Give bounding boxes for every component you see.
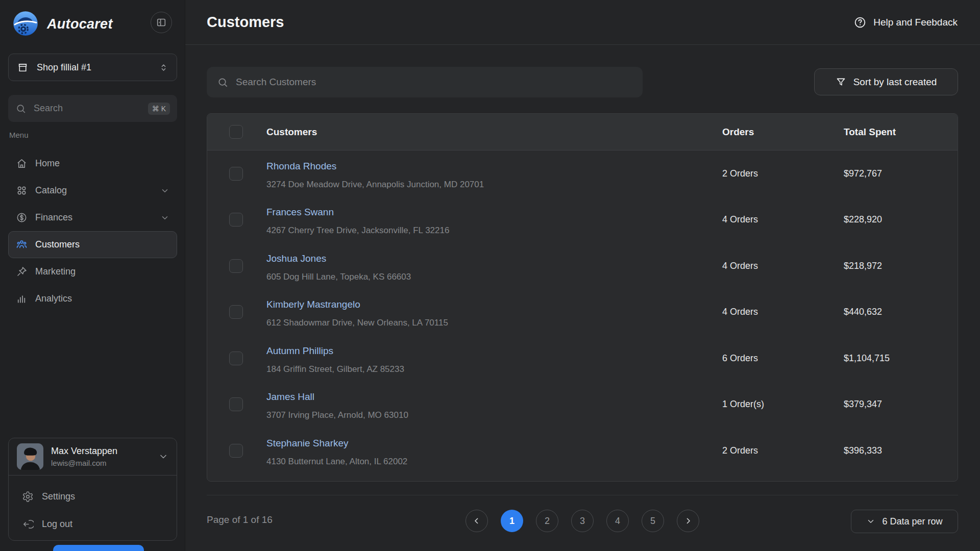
settings-label: Settings — [42, 491, 75, 502]
brand-row: Autocaret — [0, 10, 185, 37]
page-button-1[interactable]: 1 — [501, 510, 523, 532]
table-row: Joshua Jones 605 Dog Hill Lane, Topeka, … — [207, 243, 958, 289]
sidebar-search-input[interactable] — [34, 103, 141, 114]
catalog-icon — [16, 185, 28, 196]
previous-page-button[interactable] — [465, 510, 488, 532]
avatar — [17, 443, 43, 470]
logout-item[interactable]: Log out — [9, 510, 177, 538]
sidebar-item-label: Home — [35, 158, 169, 169]
row-checkbox[interactable] — [229, 167, 243, 181]
page-button-2[interactable]: 2 — [536, 510, 558, 532]
next-page-button[interactable] — [677, 510, 699, 532]
sort-button[interactable]: Sort by last created — [814, 68, 958, 95]
orders-cell: 4 Orders — [722, 261, 844, 271]
table-row: Kimberly Mastrangelo 612 Shadowmar Drive… — [207, 289, 958, 336]
sidebar-item-finances[interactable]: Finances — [8, 204, 177, 231]
settings-item[interactable]: Settings — [9, 483, 177, 510]
sidebar-item-catalog[interactable]: Catalog — [8, 177, 177, 204]
search-icon — [15, 103, 27, 114]
sidebar-item-home[interactable]: Home — [8, 150, 177, 177]
customer-name-link[interactable]: Frances Swann — [266, 207, 334, 218]
menu-section-label: Menu — [9, 131, 29, 139]
chevron-left-icon — [472, 516, 481, 525]
finances-icon — [16, 212, 28, 223]
pagination: Page of 1 of 16 1 2 3 4 5 — [207, 510, 958, 532]
customer-cell: Rhonda Rhodes 3274 Doe Meadow Drive, Ann… — [266, 158, 722, 190]
logout-label: Log out — [42, 519, 72, 530]
chevron-right-icon — [683, 516, 693, 525]
customer-name-link[interactable]: James Hall — [266, 391, 314, 403]
profile-menu-trigger[interactable]: Max Verstappen lewis@mail.com — [9, 438, 177, 475]
data-per-row-select[interactable]: 6 Data per row — [851, 510, 958, 533]
brand-name: Autocaret — [47, 16, 113, 32]
column-header-customers: Customers — [266, 127, 722, 138]
customer-name-link[interactable]: Rhonda Rhodes — [266, 161, 336, 172]
page-buttons: 1 2 3 4 5 — [465, 510, 699, 532]
row-checkbox[interactable] — [229, 213, 243, 227]
sort-label: Sort by last created — [853, 77, 937, 88]
row-checkbox[interactable] — [229, 352, 243, 365]
customer-cell: James Hall 3707 Irving Place, Arnold, MO… — [266, 388, 722, 420]
customer-name-link[interactable]: Stephanie Sharkey — [266, 438, 349, 449]
customer-cell: Stephanie Sharkey 4130 Butternut Lane, A… — [266, 435, 722, 467]
total-spent-cell: $379,347 — [844, 399, 958, 410]
keyboard-shortcut-badge: ⌘ K — [148, 103, 170, 115]
divider — [9, 475, 177, 475]
chevron-down-icon — [160, 213, 169, 222]
table-row: Rhonda Rhodes 3274 Doe Meadow Drive, Ann… — [207, 151, 958, 197]
sidebar-item-analytics[interactable]: Analytics — [8, 285, 177, 312]
customer-cell: Joshua Jones 605 Dog Hill Lane, Topeka, … — [266, 250, 722, 282]
row-checkbox[interactable] — [229, 259, 243, 273]
autocaret-logo-icon — [12, 10, 39, 37]
table-row: Autumn Phillips 184 Griffin Street, Gilb… — [207, 335, 958, 382]
sidebar-item-marketing[interactable]: Marketing — [8, 258, 177, 285]
question-circle-icon — [853, 16, 867, 29]
select-all-checkbox[interactable] — [229, 125, 243, 139]
chevron-down-icon — [158, 452, 168, 462]
customer-address: 612 Shadowmar Drive, New Orleans, LA 701… — [266, 318, 722, 328]
customer-address: 605 Dog Hill Lane, Topeka, KS 66603 — [266, 272, 722, 282]
customer-name-link[interactable]: Joshua Jones — [266, 253, 326, 264]
filter-funnel-icon — [836, 77, 846, 87]
profile-email: lewis@mail.com — [51, 459, 151, 467]
sidebar-item-label: Finances — [35, 212, 153, 223]
panel-left-icon — [156, 17, 167, 28]
orders-cell: 4 Orders — [722, 214, 844, 225]
customer-address: 184 Griffin Street, Gilbert, AZ 85233 — [266, 364, 722, 374]
table-row: Frances Swann 4267 Cherry Tree Drive, Ja… — [207, 197, 958, 243]
customers-search-input[interactable] — [236, 77, 632, 88]
clipped-blue-element — [53, 545, 144, 551]
row-checkbox[interactable] — [229, 397, 243, 411]
main-content: Customers Help and Feebdack — [185, 0, 980, 551]
profile-texts: Max Verstappen lewis@mail.com — [51, 446, 151, 467]
table-row: James Hall 3707 Irving Place, Arnold, MO… — [207, 382, 958, 428]
table-header-row: Customers Orders Total Spent — [207, 114, 958, 151]
customer-name-link[interactable]: Kimberly Mastrangelo — [266, 299, 360, 310]
page-button-4[interactable]: 4 — [606, 510, 629, 532]
help-label: Help and Feebdack — [873, 17, 958, 28]
row-checkbox[interactable] — [229, 305, 243, 319]
customer-cell: Autumn Phillips 184 Griffin Street, Gilb… — [266, 342, 722, 374]
shop-selector[interactable]: Shop fillial #1 — [8, 54, 177, 81]
sidebar-collapse-button[interactable] — [151, 12, 172, 33]
sidebar: Autocaret Shop — [0, 0, 185, 551]
customer-name-link[interactable]: Autumn Phillips — [266, 345, 333, 357]
orders-cell: 1 Order(s) — [722, 399, 844, 410]
page-button-3[interactable]: 3 — [571, 510, 594, 532]
total-spent-cell: $1,104,715 — [844, 353, 958, 364]
table-row: Stephanie Sharkey 4130 Butternut Lane, A… — [207, 428, 958, 474]
sidebar-item-label: Analytics — [35, 293, 169, 304]
page-button-5[interactable]: 5 — [642, 510, 664, 532]
sidebar-item-customers[interactable]: Customers — [8, 231, 177, 258]
chevron-down-icon — [866, 517, 875, 526]
total-spent-cell: $440,632 — [844, 307, 958, 317]
total-spent-cell: $228,920 — [844, 214, 958, 225]
home-icon — [16, 158, 28, 169]
gear-icon — [22, 491, 34, 503]
total-spent-cell: $396,333 — [844, 445, 958, 456]
divider — [207, 495, 958, 495]
marketing-pin-icon — [16, 266, 28, 278]
sidebar-search: ⌘ K — [8, 95, 177, 122]
row-checkbox[interactable] — [229, 444, 243, 458]
help-and-feedback-button[interactable]: Help and Feebdack — [853, 16, 958, 29]
